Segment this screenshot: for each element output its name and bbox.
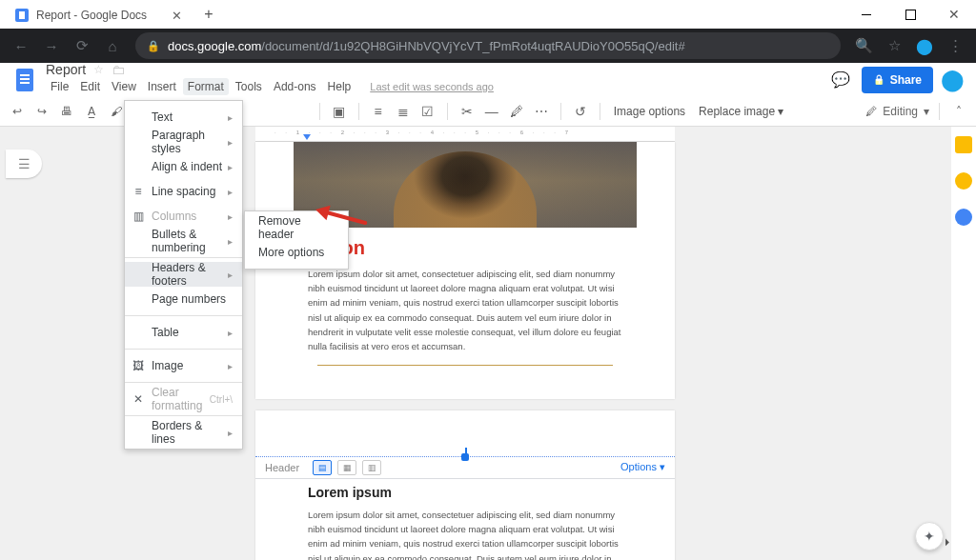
format-text[interactable]: Text▸ xyxy=(125,105,242,130)
doc-paragraph[interactable]: Lorem ipsum dolor sit amet, consectetuer… xyxy=(308,267,622,353)
divider-line xyxy=(317,365,613,366)
menu-insert[interactable]: Insert xyxy=(143,78,181,95)
format-page-numbers[interactable]: Page numbers xyxy=(125,287,242,311)
undo-button[interactable]: ↩ xyxy=(8,102,27,121)
menu-tools[interactable]: Tools xyxy=(231,78,267,95)
tasks-icon[interactable] xyxy=(955,209,972,226)
editing-mode-dropdown[interactable]: 🖉 Editing ▾ xyxy=(865,105,929,118)
page2-heading[interactable]: Lorem ipsum xyxy=(308,485,622,500)
header-align-right[interactable]: ▥ xyxy=(362,460,381,475)
docs-favicon xyxy=(15,9,29,22)
calendar-icon[interactable] xyxy=(955,136,972,153)
comment-icon[interactable]: 💬 xyxy=(827,67,854,93)
outline-toggle[interactable]: ☰ xyxy=(6,150,42,178)
image-icon: 🖼 xyxy=(131,359,146,372)
menu-view[interactable]: View xyxy=(107,78,141,95)
header-label: Header xyxy=(265,462,299,473)
columns-icon: ▥ xyxy=(131,210,146,223)
close-window-button[interactable] xyxy=(932,0,976,29)
clear-format-icon: ✕ xyxy=(131,392,146,406)
page2-paragraph[interactable]: Lorem ipsum dolor sit amet, consectetuer… xyxy=(308,508,622,560)
menu-edit[interactable]: Edit xyxy=(75,78,105,95)
border-weight-button[interactable]: — xyxy=(482,102,501,121)
format-line-spacing[interactable]: ≡Line spacing▸ xyxy=(125,179,242,204)
tab-title: Report - Google Docs xyxy=(36,9,147,22)
address-bar: ← → ⟳ ⌂ 🔒 docs.google.com/document/d/1u9… xyxy=(0,29,976,63)
format-columns[interactable]: ▥Columns▸ xyxy=(125,204,242,229)
window-controls xyxy=(844,0,976,29)
reload-button[interactable]: ⟳ xyxy=(69,32,95,59)
format-align-indent[interactable]: Align & indent▸ xyxy=(125,154,242,179)
header-align-center[interactable]: ▦ xyxy=(337,460,356,475)
wrap-inline-button[interactable]: ▣ xyxy=(330,102,349,121)
ruler-marker[interactable] xyxy=(303,134,311,140)
crop-button[interactable]: ✂ xyxy=(458,102,477,121)
header-options-link[interactable]: Options ▾ xyxy=(620,461,665,473)
format-headers-footers[interactable]: Headers & footers▸ xyxy=(125,262,242,287)
menu-help[interactable]: Help xyxy=(323,78,356,95)
print-button[interactable]: 🖶 xyxy=(57,102,76,121)
maximize-button[interactable] xyxy=(888,0,932,29)
line-spacing-icon: ≡ xyxy=(131,185,146,198)
document-title-row: Report ☆ 🗀 xyxy=(46,62,498,77)
minimize-button[interactable] xyxy=(844,0,888,29)
spellcheck-button[interactable]: A̲ xyxy=(82,102,101,121)
docs-header: Report ☆ 🗀 File Edit View Insert Format … xyxy=(0,63,976,96)
header-align-left[interactable]: ▤ xyxy=(313,460,332,475)
format-table[interactable]: Table▸ xyxy=(125,320,242,345)
close-icon[interactable]: ✕ xyxy=(172,10,182,22)
doc-heading[interactable]: uction xyxy=(308,237,622,259)
remove-header[interactable]: Remove header xyxy=(245,215,348,240)
document-page-2[interactable]: Header ▤ ▦ ▥ Options ▾ Lorem ipsum Lorem… xyxy=(255,410,675,560)
home-button[interactable]: ⌂ xyxy=(99,32,126,59)
image-options-button[interactable]: Image options xyxy=(610,105,689,118)
border-color-button[interactable]: 🖉 xyxy=(507,102,526,121)
document-title[interactable]: Report xyxy=(46,62,86,77)
account-icon[interactable]: ⬤ xyxy=(941,68,965,92)
header-toolbar: Header ▤ ▦ ▥ Options ▾ xyxy=(255,456,675,479)
docs-logo[interactable] xyxy=(11,67,38,93)
explore-button[interactable]: ✦ xyxy=(915,522,944,550)
folder-icon[interactable]: 🗀 xyxy=(112,62,125,77)
side-panel xyxy=(951,127,976,560)
star-icon[interactable]: ☆ xyxy=(93,63,104,76)
forward-button[interactable]: → xyxy=(38,32,65,59)
format-clear-formatting[interactable]: ✕Clear formattingCtrl+\ xyxy=(125,387,242,411)
keep-icon[interactable] xyxy=(955,172,972,190)
url-path: /document/d/1u92QH8GiHNbVQVjYcVT_fPmRot4… xyxy=(261,39,684,53)
back-button[interactable]: ← xyxy=(8,32,34,59)
lock-icon: 🔒 xyxy=(147,40,160,52)
reset-image-button[interactable]: ↺ xyxy=(571,102,590,121)
main-menu: File Edit View Insert Format Tools Add-o… xyxy=(46,78,498,95)
redo-button[interactable]: ↪ xyxy=(32,102,51,121)
format-paragraph-styles[interactable]: Paragraph styles▸ xyxy=(125,130,242,154)
ruler[interactable] xyxy=(255,127,675,142)
list-check-button[interactable]: ☑ xyxy=(418,102,437,121)
list-number-button[interactable]: ≣ xyxy=(394,102,413,121)
menu-icon[interactable]: ⋮ xyxy=(942,32,968,59)
expand-toolbar-button[interactable]: ˄ xyxy=(949,102,968,121)
paint-format-button[interactable]: 🖌 xyxy=(107,102,126,121)
headers-footers-submenu: Remove header More options xyxy=(244,210,349,270)
format-borders-lines[interactable]: Borders & lines▸ xyxy=(125,420,242,445)
more-options[interactable]: More options xyxy=(245,240,348,265)
url-input[interactable]: 🔒 docs.google.com/document/d/1u92QH8GiHN… xyxy=(135,32,841,59)
search-icon[interactable]: 🔍 xyxy=(850,32,877,59)
document-page-1[interactable]: uction Lorem ipsum dolor sit amet, conse… xyxy=(255,142,675,399)
last-edit-info[interactable]: Last edit was seconds ago xyxy=(365,79,498,94)
menu-addons[interactable]: Add-ons xyxy=(269,78,321,95)
browser-titlebar: Report - Google Docs ✕ + xyxy=(0,0,976,29)
format-image[interactable]: 🖼Image▸ xyxy=(125,353,242,378)
border-dash-button[interactable]: ⋯ xyxy=(532,102,551,121)
list-bullet-button[interactable]: ≡ xyxy=(369,102,388,121)
replace-image-button[interactable]: Replace image ▾ xyxy=(695,105,787,118)
browser-tab[interactable]: Report - Google Docs ✕ xyxy=(6,2,192,29)
share-button[interactable]: Share xyxy=(862,67,933,93)
star-icon[interactable]: ☆ xyxy=(881,32,907,59)
new-tab-button[interactable]: + xyxy=(197,3,220,26)
menu-file[interactable]: File xyxy=(46,78,73,95)
format-bullets-numbering[interactable]: Bullets & numbering▸ xyxy=(125,229,242,253)
extension-icon[interactable]: ⬤ xyxy=(911,32,938,59)
menu-format[interactable]: Format xyxy=(183,78,229,95)
format-menu-dropdown: Text▸ Paragraph styles▸ Align & indent▸ … xyxy=(124,100,243,450)
